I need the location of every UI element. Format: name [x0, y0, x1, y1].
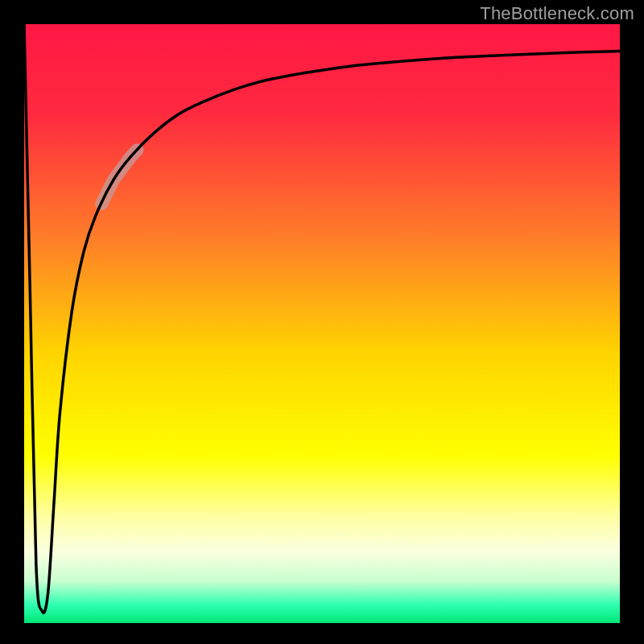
plot-area — [24, 24, 620, 623]
attribution-label: TheBottleneck.com — [480, 3, 634, 24]
chart-svg — [0, 0, 644, 644]
chart-container: TheBottleneck.com — [0, 0, 644, 644]
